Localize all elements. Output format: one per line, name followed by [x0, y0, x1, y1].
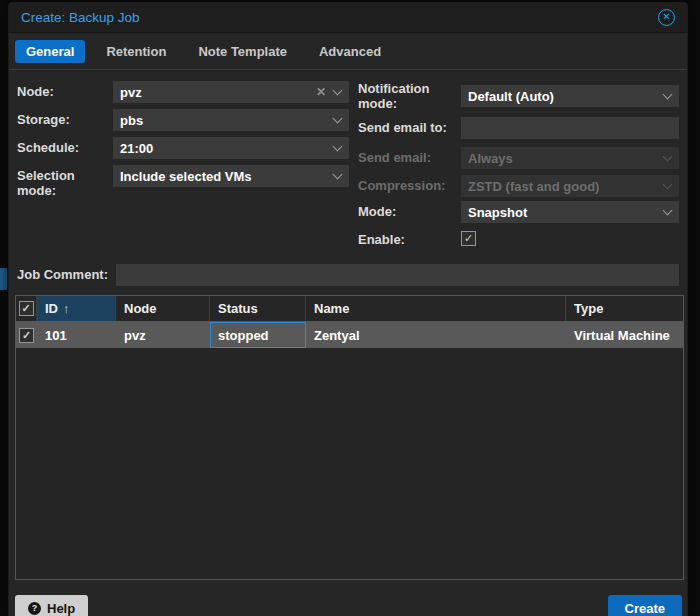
- notification-mode-label: Notification mode:: [358, 81, 458, 111]
- vm-table: ✓ ID ↑ Node Status Name Type ✓ 101 pvz s…: [15, 295, 684, 580]
- chevron-down-icon[interactable]: [333, 170, 343, 180]
- tab-general[interactable]: General: [15, 40, 85, 63]
- chevron-down-icon: [663, 152, 673, 162]
- job-comment-label: Job Comment:: [17, 267, 117, 282]
- select-all-checkbox[interactable]: ✓: [19, 301, 34, 316]
- tab-retention[interactable]: Retention: [95, 40, 177, 63]
- column-header-status[interactable]: Status: [210, 296, 306, 321]
- node-label: Node:: [17, 84, 117, 99]
- clear-icon[interactable]: ✕: [316, 85, 326, 99]
- row-checkbox[interactable]: ✓: [19, 328, 34, 343]
- compression-value: ZSTD (fast and good): [468, 179, 656, 194]
- chevron-down-icon[interactable]: [663, 206, 673, 216]
- column-header-name[interactable]: Name: [306, 296, 566, 321]
- create-backup-job-dialog: Create: Backup Job ✕ General Retention N…: [8, 2, 688, 616]
- enable-label: Enable:: [358, 232, 458, 247]
- cell-node[interactable]: pvz: [116, 322, 210, 348]
- send-email-to-label: Send email to:: [358, 120, 458, 135]
- row-checkbox-cell: ✓: [16, 322, 37, 348]
- tab-advanced[interactable]: Advanced: [308, 40, 392, 63]
- create-button[interactable]: Create: [608, 595, 682, 616]
- mode-label: Mode:: [358, 204, 458, 219]
- tab-note-template[interactable]: Note Template: [187, 40, 298, 63]
- page-title: Create: Backup Job: [21, 10, 140, 25]
- compression-combo: ZSTD (fast and good): [461, 175, 679, 197]
- send-email-combo: Always: [461, 147, 679, 169]
- chevron-down-icon[interactable]: [333, 114, 343, 124]
- selection-mode-label: Selection mode:: [17, 168, 117, 198]
- mode-combo[interactable]: Snapshot: [461, 201, 679, 223]
- help-icon: ?: [28, 602, 41, 615]
- cell-status[interactable]: stopped: [210, 322, 306, 348]
- chevron-down-icon: [663, 180, 673, 190]
- selection-mode-combo[interactable]: Include selected VMs: [113, 165, 349, 187]
- chevron-down-icon[interactable]: [333, 142, 343, 152]
- node-value: pvz: [120, 85, 308, 100]
- column-header-type[interactable]: Type: [566, 296, 683, 321]
- send-email-label: Send email:: [358, 150, 458, 165]
- column-header-id[interactable]: ID ↑: [37, 296, 116, 321]
- column-header-node[interactable]: Node: [116, 296, 210, 321]
- enable-checkbox[interactable]: ✓: [461, 231, 476, 246]
- dialog-titlebar: Create: Backup Job ✕: [9, 3, 687, 33]
- mode-value: Snapshot: [468, 205, 656, 220]
- job-comment-input[interactable]: [116, 264, 679, 286]
- schedule-label: Schedule:: [17, 140, 117, 155]
- help-button[interactable]: ? Help: [15, 595, 88, 616]
- schedule-combo[interactable]: 21:00: [113, 137, 349, 159]
- selection-mode-value: Include selected VMs: [120, 169, 326, 184]
- chevron-down-icon[interactable]: [333, 86, 343, 96]
- send-email-to-input[interactable]: [461, 117, 679, 139]
- notification-mode-combo[interactable]: Default (Auto): [461, 85, 679, 107]
- storage-combo[interactable]: pbs: [113, 109, 349, 131]
- compression-label: Compression:: [358, 178, 458, 193]
- close-icon[interactable]: ✕: [658, 9, 675, 26]
- node-combo[interactable]: pvz ✕: [113, 81, 349, 103]
- storage-value: pbs: [120, 113, 326, 128]
- sort-ascending-icon: ↑: [63, 301, 70, 316]
- cell-type[interactable]: Virtual Machine: [566, 322, 683, 348]
- table-row[interactable]: ✓ 101 pvz stopped Zentyal Virtual Machin…: [16, 322, 683, 348]
- cell-id[interactable]: 101: [37, 322, 116, 348]
- send-email-value: Always: [468, 151, 656, 166]
- tab-bar: General Retention Note Template Advanced: [9, 33, 687, 70]
- notification-mode-value: Default (Auto): [468, 89, 656, 104]
- cell-name[interactable]: Zentyal: [306, 322, 566, 348]
- select-all-cell: ✓: [16, 296, 37, 321]
- storage-label: Storage:: [17, 112, 117, 127]
- chevron-down-icon[interactable]: [663, 90, 673, 100]
- background-fragment: [0, 268, 7, 290]
- schedule-value: 21:00: [120, 141, 326, 156]
- table-header-row: ✓ ID ↑ Node Status Name Type: [16, 296, 683, 322]
- column-header-id-label: ID: [45, 301, 58, 316]
- help-button-label: Help: [47, 601, 75, 616]
